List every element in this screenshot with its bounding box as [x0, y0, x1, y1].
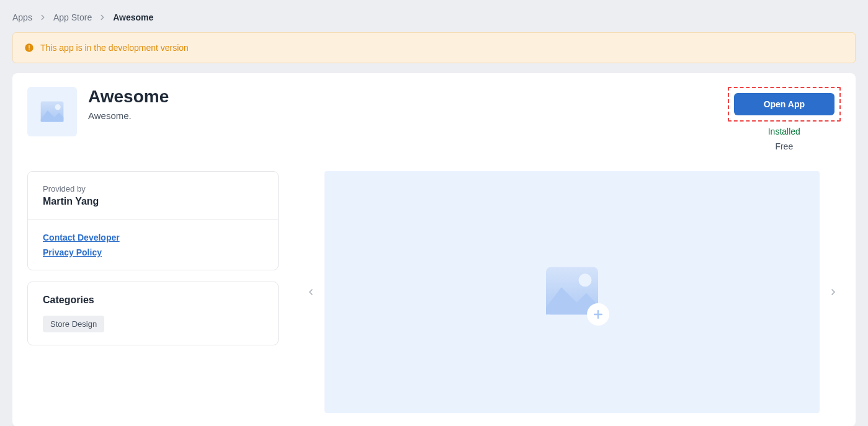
app-header: Awesome Awesome. Open App Installed Free — [27, 87, 841, 151]
gallery-next-button[interactable] — [826, 285, 841, 300]
app-detail-card: Awesome Awesome. Open App Installed Free… — [12, 73, 856, 426]
breadcrumb-item-app-store[interactable]: App Store — [53, 12, 92, 22]
warning-icon — [24, 43, 34, 53]
breadcrumb: Apps App Store Awesome — [0, 0, 868, 32]
svg-point-6 — [579, 273, 592, 286]
add-image-icon[interactable] — [587, 303, 609, 326]
development-alert: This app is in the development version — [12, 32, 856, 63]
svg-point-2 — [29, 49, 30, 50]
highlight-annotation: Open App — [728, 87, 841, 122]
chevron-right-icon — [98, 13, 107, 22]
app-subtitle: Awesome. — [88, 110, 169, 121]
chevron-right-icon — [38, 13, 47, 22]
app-icon — [27, 87, 77, 136]
privacy-policy-link[interactable]: Privacy Policy — [43, 247, 263, 257]
placeholder-image-icon — [544, 265, 601, 319]
breadcrumb-item-apps[interactable]: Apps — [12, 12, 32, 22]
provider-name: Martin Yang — [43, 196, 263, 207]
category-tag[interactable]: Store Design — [43, 316, 104, 332]
provided-by-label: Provided by — [43, 184, 263, 193]
app-title-block: Awesome Awesome. — [88, 87, 169, 121]
app-sidebar: Provided by Martin Yang Contact Develope… — [27, 171, 279, 413]
contact-developer-link[interactable]: Contact Developer — [43, 233, 263, 242]
categories-section: Categories Store Design — [28, 282, 278, 345]
app-header-left: Awesome Awesome. — [27, 87, 169, 136]
breadcrumb-item-current: Awesome — [113, 12, 153, 22]
app-title: Awesome — [88, 87, 169, 107]
screenshot-gallery — [303, 171, 841, 413]
provider-card: Provided by Martin Yang Contact Develope… — [27, 171, 279, 270]
installed-status: Installed — [768, 126, 800, 136]
svg-point-4 — [55, 104, 61, 110]
alert-message: This app is in the development version — [40, 43, 189, 53]
svg-rect-1 — [29, 45, 29, 48]
app-content-row: Provided by Martin Yang Contact Develope… — [27, 171, 841, 413]
gallery-prev-button[interactable] — [303, 285, 318, 300]
price-label: Free — [775, 141, 793, 151]
open-app-button[interactable]: Open App — [734, 93, 834, 115]
provider-links-section: Contact Developer Privacy Policy — [28, 220, 278, 270]
categories-card: Categories Store Design — [27, 282, 279, 345]
provider-section: Provided by Martin Yang — [28, 172, 278, 220]
gallery-slide — [324, 171, 820, 413]
app-actions: Open App Installed Free — [728, 87, 841, 151]
categories-title: Categories — [43, 295, 263, 306]
